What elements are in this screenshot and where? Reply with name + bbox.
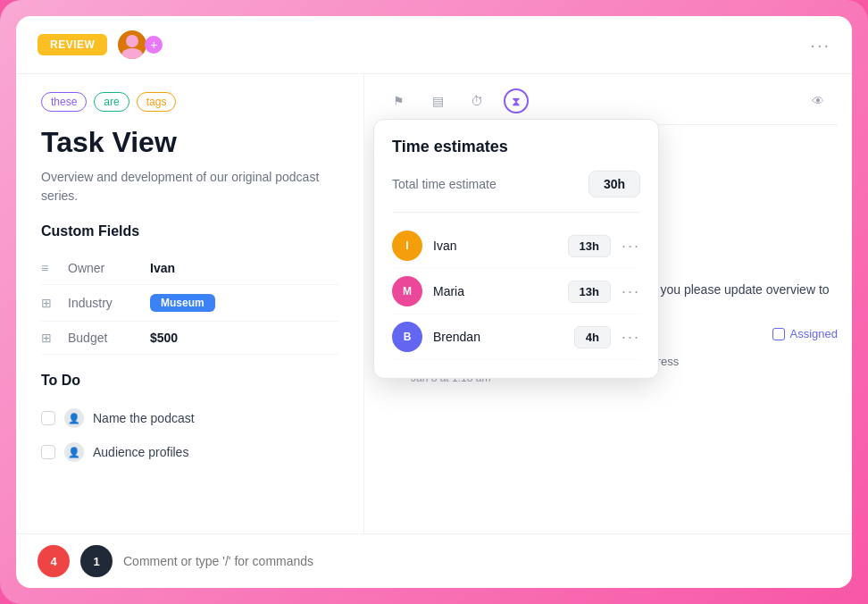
task-title: Task View (41, 126, 338, 159)
add-avatar-button[interactable]: + (145, 36, 163, 54)
popup-ivan-more[interactable]: ··· (622, 237, 640, 256)
popup-maria-name: Maria (433, 284, 557, 298)
flag-icon[interactable]: ⚑ (386, 88, 411, 113)
todo-checkbox-2[interactable] (41, 445, 55, 459)
avatar-group: + (118, 30, 163, 59)
assigned-label: Assigned (790, 327, 838, 340)
popup-maria-time: 13h (568, 281, 611, 303)
popup-divider (392, 212, 640, 213)
popup-title: Time estimates (392, 138, 640, 156)
todo-item: 👤 Name the podcast (41, 401, 338, 435)
industry-label: Industry (68, 296, 139, 310)
timer-icon[interactable]: ⏱ (464, 88, 489, 113)
todo-list: 👤 Name the podcast 👤 Audience profiles (41, 401, 338, 469)
total-estimate-value: 30h (588, 171, 640, 197)
tag-tags[interactable]: tags (137, 92, 177, 112)
tags-row: these are tags (41, 92, 338, 112)
todo-section: To Do 👤 Name the podcast 👤 Audience prof… (41, 373, 338, 469)
field-industry: ⊞ Industry Museum (41, 285, 338, 322)
todo-text-1: Name the podcast (93, 411, 195, 425)
popup-user-maria: M Maria 13h ··· (392, 269, 640, 315)
todo-text-2: Audience profiles (93, 445, 188, 459)
popup-brendan-time: 4h (574, 326, 611, 348)
custom-fields-title: Custom Fields (41, 223, 338, 239)
field-owner: ≡ Owner Ivan (41, 252, 338, 285)
popup-brendan-name: Brendan (433, 330, 563, 344)
bottom-bar: 4 1 (16, 533, 852, 588)
todo-checkbox-1[interactable] (41, 411, 55, 425)
list-icon: ≡ (41, 261, 57, 275)
assigned-checkbox[interactable] (772, 328, 785, 340)
notification-button-red[interactable]: 4 (38, 545, 70, 577)
content-area: these are tags Task View Overview and de… (16, 74, 852, 533)
popup-user-brendan: B Brendan 4h ··· (392, 315, 640, 360)
popup-maria-avatar: M (392, 276, 422, 306)
popup-ivan-name: Ivan (433, 239, 557, 253)
avatar (118, 30, 146, 59)
todo-item: 👤 Audience profiles (41, 435, 338, 469)
checklist-icon[interactable]: ▤ (425, 88, 450, 113)
budget-value: $500 (150, 331, 178, 345)
industry-value[interactable]: Museum (150, 294, 215, 312)
time-estimates-popup: Time estimates Total time estimate 30h I… (373, 119, 659, 379)
review-badge: REVIEW (38, 34, 107, 55)
popup-maria-more[interactable]: ··· (622, 282, 640, 301)
left-panel: these are tags Task View Overview and de… (16, 74, 364, 533)
right-panel: ⚑ ▤ ⏱ ⧗ 👁 I Ivan on Nov... I hav (364, 74, 852, 533)
popup-brendan-avatar: B (392, 322, 422, 352)
owner-label: Owner (68, 261, 139, 275)
header: REVIEW + ··· (16, 16, 852, 74)
popup-total-row: Total time estimate 30h (392, 171, 640, 197)
comment-input[interactable] (123, 554, 830, 568)
task-description: Overview and development of our original… (41, 168, 338, 206)
svg-point-1 (121, 48, 143, 59)
notif-count-red: 4 (50, 555, 56, 568)
todo-title: To Do (41, 373, 338, 389)
popup-user-ivan: I Ivan 13h ··· (392, 223, 640, 269)
owner-value: Ivan (150, 261, 175, 275)
notification-button-dark[interactable]: 1 (80, 545, 113, 577)
eye-icon[interactable]: 👁 (805, 88, 830, 113)
grid-icon: ⊞ (41, 296, 57, 310)
notif-count-dark: 1 (93, 555, 99, 568)
budget-label: Budget (68, 331, 139, 345)
tag-these[interactable]: these (41, 92, 87, 112)
more-options-button[interactable]: ··· (810, 35, 830, 55)
custom-fields: Custom Fields ≡ Owner Ivan ⊞ Industry Mu… (41, 223, 338, 355)
grid2-icon: ⊞ (41, 331, 57, 345)
hourglass-icon[interactable]: ⧗ (504, 88, 529, 113)
tag-are[interactable]: are (94, 92, 129, 112)
todo-user-icon-1: 👤 (64, 408, 84, 428)
todo-user-icon-2: 👤 (64, 442, 84, 462)
svg-point-0 (126, 35, 138, 47)
field-budget: ⊞ Budget $500 (41, 322, 338, 355)
popup-ivan-time: 13h (568, 235, 611, 257)
popup-ivan-avatar: I (392, 231, 422, 261)
total-estimate-label: Total time estimate (392, 177, 497, 191)
popup-brendan-more[interactable]: ··· (622, 328, 640, 347)
